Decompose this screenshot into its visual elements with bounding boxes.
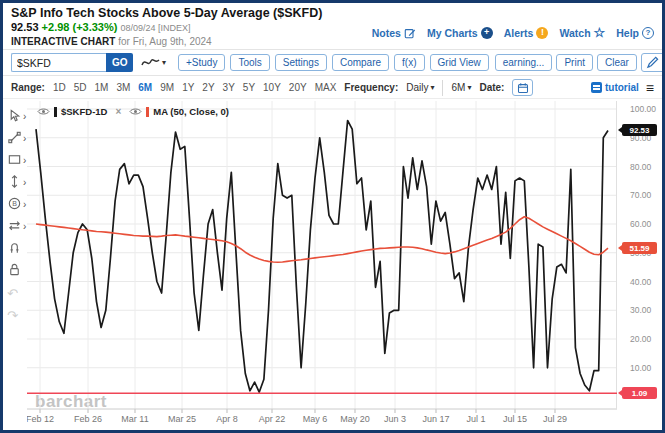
- symbol-input[interactable]: [11, 53, 106, 72]
- toolbar-button-tools[interactable]: Tools: [230, 54, 269, 71]
- range-2y[interactable]: 2Y: [202, 82, 214, 93]
- alert-circle-icon: !: [536, 27, 548, 39]
- range-5y[interactable]: 5Y: [243, 82, 255, 93]
- header-link-my-charts[interactable]: My Charts+: [427, 27, 493, 39]
- shapes-tool-icon: [7, 152, 22, 171]
- range-9m[interactable]: 9M: [160, 82, 174, 93]
- x-axis-label: Jun 3: [384, 414, 406, 424]
- chevron-right-icon: ›: [23, 200, 26, 210]
- plus-circle-icon: +: [481, 27, 493, 39]
- header: S&P Info Tech Stocks Above 5-Day Average…: [3, 3, 662, 50]
- low-line-badge: 1.09: [622, 387, 657, 399]
- x-axis-label: Feb 26: [74, 414, 102, 424]
- header-link-watch[interactable]: Watch☆: [559, 26, 605, 39]
- header-link-notes[interactable]: Notes: [372, 27, 416, 39]
- tutorial-link[interactable]: tutorial: [591, 82, 639, 93]
- legend-close-icon[interactable]: ×: [115, 106, 121, 117]
- header-link-label: My Charts: [427, 27, 478, 39]
- header-link-label: Help: [616, 27, 639, 39]
- annotate-pencil-button[interactable]: [641, 53, 665, 72]
- x-axis-label: May 20: [340, 414, 370, 424]
- toolbar-button-compare[interactable]: Compare: [332, 54, 389, 71]
- toolbar-button-study[interactable]: +Study: [178, 54, 225, 71]
- redo-icon: ↷: [7, 306, 18, 324]
- chevron-right-icon: ›: [23, 134, 26, 144]
- chevron-down-icon: ▾: [467, 83, 471, 92]
- range-3m[interactable]: 3M: [116, 82, 130, 93]
- header-link-label: Alerts: [504, 27, 534, 39]
- header-link-label: Watch: [559, 27, 590, 39]
- range-1y[interactable]: 1Y: [182, 82, 194, 93]
- trendline-tool-icon: [7, 130, 22, 149]
- toolbar-button-earning[interactable]: earning...: [495, 54, 553, 71]
- range-1d[interactable]: 1D: [53, 82, 66, 93]
- frequency-select[interactable]: Daily ▾: [406, 82, 434, 93]
- cursor-tool[interactable]: ›: [3, 106, 30, 128]
- fibonacci-tool-icon: B: [7, 196, 22, 215]
- price-date-note: 08/09/24 [INDEX]: [121, 23, 191, 33]
- series2-color-swatch: [146, 107, 149, 117]
- question-circle-icon: ?: [642, 27, 654, 39]
- x-axis-label: Feb 12: [27, 414, 54, 424]
- toolbar-button-print[interactable]: Print: [556, 54, 593, 71]
- range-1m[interactable]: 1M: [95, 82, 109, 93]
- range-5d[interactable]: 5D: [74, 82, 87, 93]
- fibonacci-tool[interactable]: B›: [3, 194, 30, 216]
- range-10y[interactable]: 10Y: [263, 82, 281, 93]
- price-chart-plot[interactable]: [27, 99, 617, 415]
- page-title: S&P Info Tech Stocks Above 5-Day Average…: [11, 6, 654, 20]
- magnet-tool[interactable]: [3, 238, 30, 260]
- range-3y[interactable]: 3Y: [223, 82, 235, 93]
- toolbar-button-grid-view[interactable]: Grid View: [430, 54, 489, 71]
- price-change: +2.98 (+3.33%): [42, 21, 118, 33]
- y-axis-label: 40.00: [630, 277, 651, 287]
- x-axis-label: Apr 22: [259, 414, 286, 424]
- header-link-help[interactable]: Help?: [616, 27, 654, 39]
- trendline-tool[interactable]: ›: [3, 128, 30, 150]
- last-price-badge: 92.53: [622, 124, 657, 136]
- toolbar-button-f-x[interactable]: f(x): [394, 54, 424, 71]
- chart-type-selector[interactable]: ▾: [141, 56, 166, 69]
- magnet-tool-icon: [7, 240, 22, 259]
- drawing-tools-sidebar: ››››B››↶↷: [3, 106, 30, 326]
- eye-visibility-icon[interactable]: [129, 107, 142, 116]
- range-6m[interactable]: 6M: [138, 82, 152, 93]
- series1-label[interactable]: $SKFD-1D: [61, 106, 107, 117]
- vertical-range-tool[interactable]: ›: [3, 172, 30, 194]
- series1-color-swatch: [54, 107, 57, 117]
- x-axis-label: Mar 25: [168, 414, 196, 424]
- vertical-range-tool-icon: [7, 174, 22, 193]
- series2-label[interactable]: MA (50, Close, 0): [153, 106, 229, 117]
- go-button[interactable]: GO: [106, 53, 133, 72]
- lock-tool[interactable]: [3, 260, 30, 282]
- zoom-select[interactable]: 6M ▾: [451, 82, 471, 93]
- chart-toolbar: GO ▾ +StudyToolsSettingsComparef(x)Grid …: [3, 50, 662, 76]
- ma-value-badge: 51.59: [622, 242, 657, 254]
- shapes-tool[interactable]: ›: [3, 150, 30, 172]
- line-chart-type-icon: [141, 56, 161, 69]
- undo-icon: ↶: [7, 284, 18, 302]
- date-axis[interactable]: Feb 12Feb 26Mar 11Mar 25Apr 8Apr 22May 6…: [27, 412, 617, 427]
- calendar-button[interactable]: [512, 79, 533, 96]
- range-max[interactable]: MAX: [315, 82, 337, 93]
- toolbar-button-settings[interactable]: Settings: [275, 54, 327, 71]
- undo: ↶: [3, 282, 30, 304]
- y-axis-label: 80.00: [630, 162, 651, 172]
- alert-circle-icon: !: [536, 27, 548, 39]
- subtitle-rest: for Fri, Aug 9th, 2024: [118, 36, 211, 47]
- eye-visibility-icon[interactable]: [37, 107, 50, 116]
- x-axis-label: May 6: [303, 414, 328, 424]
- header-link-alerts[interactable]: Alerts!: [504, 27, 549, 39]
- x-axis-label: Mar 11: [121, 414, 148, 424]
- x-axis-label: Jul 15: [503, 414, 527, 424]
- x-axis-label: Jun 17: [422, 414, 449, 424]
- compare-tool[interactable]: ›: [3, 216, 30, 238]
- range-label: Range:: [11, 82, 45, 93]
- range-20y[interactable]: 20Y: [289, 82, 307, 93]
- frequency-label: Frequency:: [344, 82, 398, 93]
- range-bar-right: tutorial ≡: [591, 81, 654, 95]
- menu-hamburger-icon[interactable]: ≡: [646, 81, 654, 95]
- y-axis-label: 30.00: [630, 305, 651, 315]
- toolbar-button-clear[interactable]: Clear: [597, 54, 637, 71]
- price-scale[interactable]: 100.0090.0080.0070.0060.0050.0040.0030.0…: [617, 99, 661, 430]
